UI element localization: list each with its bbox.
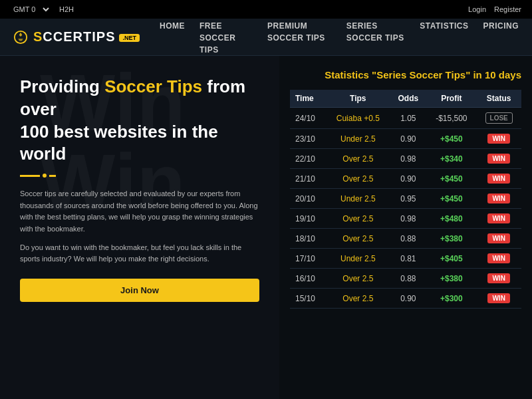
stats-section: Statistics "Series Soccer Tips" in 10 da… xyxy=(279,56,532,399)
row-odds: 0.95 xyxy=(390,189,426,209)
hero-heading-line2: 100 best websites in the world xyxy=(20,122,218,164)
soccer-ball-icon xyxy=(13,30,28,45)
main-content: WinWin Providing Soccer Tips from over 1… xyxy=(0,56,532,399)
table-row: 20/10 Under 2.5 0.95 +$450 WIN xyxy=(290,189,521,209)
row-odds: 0.90 xyxy=(390,129,426,149)
win-badge: WIN xyxy=(487,174,509,184)
row-time: 17/10 xyxy=(290,249,326,269)
hero-desc1: Soccer tips are carefully selected and e… xyxy=(20,188,259,235)
table-row: 23/10 Under 2.5 0.90 +$450 WIN xyxy=(290,129,521,149)
row-profit: +$405 xyxy=(426,249,476,269)
win-badge: WIN xyxy=(487,273,509,283)
win-badge: WIN xyxy=(487,194,509,203)
row-time: 16/10 xyxy=(290,269,326,289)
win-badge: WIN xyxy=(487,293,509,303)
nav-links: HOME FREE SOCCER TIPS PREMIUM SOCCER TIP… xyxy=(160,19,519,55)
row-tips: Under 2.5 xyxy=(326,189,390,209)
table-row: 18/10 Over 2.5 0.88 +$380 WIN xyxy=(290,229,521,249)
navbar: SCCERTIPS .NET HOME FREE SOCCER TIPS PRE… xyxy=(0,19,532,56)
row-status: WIN xyxy=(476,269,521,289)
row-profit: +$450 xyxy=(426,169,476,189)
row-tips: Over 2.5 xyxy=(326,229,390,249)
hero-desc2: Do you want to win with the bookmaker, b… xyxy=(20,242,259,265)
row-status: WIN xyxy=(476,249,521,269)
win-badge: WIN xyxy=(487,134,509,144)
hero-divider xyxy=(20,174,259,178)
win-badge: WIN xyxy=(487,253,509,263)
nav-pricing[interactable]: PRICING xyxy=(483,19,519,55)
nav-home[interactable]: HOME xyxy=(160,19,185,55)
nav-series-tips[interactable]: SERIES SOCCER TIPS xyxy=(346,19,405,55)
row-odds: 0.81 xyxy=(390,249,426,269)
divider-dot xyxy=(43,174,47,178)
join-now-button[interactable]: Join Now xyxy=(20,279,259,302)
row-odds: 0.90 xyxy=(390,289,426,309)
table-row: 15/10 Over 2.5 0.90 +$300 WIN xyxy=(290,289,521,309)
row-status: WIN xyxy=(476,149,521,169)
row-status: WIN xyxy=(476,129,521,149)
row-time: 21/10 xyxy=(290,169,326,189)
hero-heading-highlight: Soccer Tips xyxy=(104,76,202,96)
top-bar: GMT 0 GMT +1 GMT -1 H2H Login Register xyxy=(0,0,532,19)
row-tips: Over 2.5 xyxy=(326,269,390,289)
row-profit: -$15,500 xyxy=(426,108,476,129)
win-badge: WIN xyxy=(487,233,509,243)
win-badge: WIN xyxy=(487,213,509,223)
table-row: 24/10 Cuiaba +0.5 1.05 -$15,500 LOSE xyxy=(290,108,521,129)
svg-marker-1 xyxy=(19,32,23,36)
row-odds: 0.88 xyxy=(390,269,426,289)
row-status: LOSE xyxy=(476,108,521,129)
row-time: 18/10 xyxy=(290,229,326,249)
row-odds: 1.05 xyxy=(390,108,426,129)
nav-free-tips[interactable]: FREE SOCCER TIPS xyxy=(200,19,253,55)
row-tips: Under 2.5 xyxy=(326,249,390,269)
row-status: WIN xyxy=(476,169,521,189)
row-tips: Over 2.5 xyxy=(326,149,390,169)
row-tips: Cuiaba +0.5 xyxy=(326,108,390,129)
row-tips: Over 2.5 xyxy=(326,289,390,309)
row-time: 24/10 xyxy=(290,108,326,129)
row-status: WIN xyxy=(476,289,521,309)
row-profit: +$340 xyxy=(426,149,476,169)
row-status: WIN xyxy=(476,229,521,249)
logo-net-badge: .NET xyxy=(119,34,140,42)
register-link[interactable]: Register xyxy=(494,5,521,13)
row-profit: +$450 xyxy=(426,189,476,209)
stats-table: Time Tips Odds Profit Status 24/10 Cuiab… xyxy=(290,90,521,309)
lose-badge: LOSE xyxy=(485,112,513,124)
row-odds: 0.98 xyxy=(390,209,426,229)
row-tips: Under 2.5 xyxy=(326,129,390,149)
stats-table-body: 24/10 Cuiaba +0.5 1.05 -$15,500 LOSE 23/… xyxy=(290,108,521,309)
col-profit: Profit xyxy=(426,90,476,108)
nav-statistics[interactable]: STATISTICS xyxy=(420,19,468,55)
divider-long xyxy=(20,175,40,177)
divider-short xyxy=(49,175,56,177)
row-profit: +$380 xyxy=(426,229,476,249)
login-link[interactable]: Login xyxy=(468,5,486,13)
stats-table-header: Time Tips Odds Profit Status xyxy=(290,90,521,108)
hero-heading: Providing Soccer Tips from over 100 best… xyxy=(20,76,259,166)
h2h-link[interactable]: H2H xyxy=(59,5,74,13)
logo[interactable]: SCCERTIPS .NET xyxy=(13,29,140,45)
row-odds: 0.88 xyxy=(390,229,426,249)
hero-heading-part1: Providing xyxy=(20,76,104,96)
table-row: 21/10 Over 2.5 0.90 +$450 WIN xyxy=(290,169,521,189)
gmt-select[interactable]: GMT 0 GMT +1 GMT -1 xyxy=(11,5,51,14)
col-status: Status xyxy=(476,90,521,108)
top-bar-left: GMT 0 GMT +1 GMT -1 H2H xyxy=(11,5,74,14)
row-profit: +$380 xyxy=(426,269,476,289)
col-odds: Odds xyxy=(390,90,426,108)
row-profit: +$450 xyxy=(426,129,476,149)
nav-premium-tips[interactable]: PREMIUM SOCCER TIPS xyxy=(267,19,332,55)
row-time: 22/10 xyxy=(290,149,326,169)
top-bar-right: Login Register xyxy=(468,5,521,13)
row-time: 20/10 xyxy=(290,189,326,209)
row-status: WIN xyxy=(476,209,521,229)
col-tips: Tips xyxy=(326,90,390,108)
row-time: 19/10 xyxy=(290,209,326,229)
logo-text: SCCERTIPS xyxy=(33,29,115,45)
table-row: 16/10 Over 2.5 0.88 +$380 WIN xyxy=(290,269,521,289)
svg-marker-3 xyxy=(18,39,23,41)
row-status: WIN xyxy=(476,189,521,209)
row-time: 23/10 xyxy=(290,129,326,149)
